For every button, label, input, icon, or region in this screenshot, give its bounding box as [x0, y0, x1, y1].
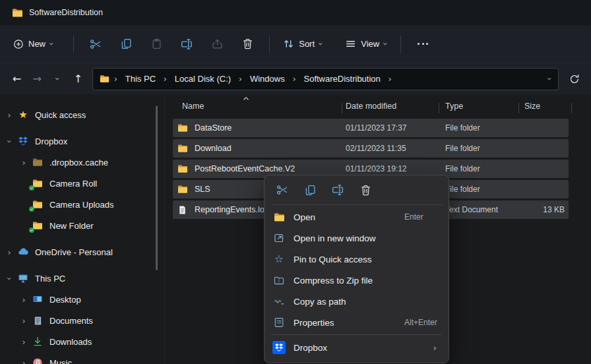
monitor-icon: [16, 273, 30, 284]
column-header-name[interactable]: Name: [182, 102, 204, 111]
menu-item-copy-as-path[interactable]: Copy as path: [267, 291, 446, 312]
cut-button[interactable]: [271, 180, 294, 200]
sidebar-item-label: Camera Roll: [49, 179, 97, 189]
menu-item-shortcut: Alt+Enter: [404, 318, 437, 327]
sidebar-item-new-folder[interactable]: New Folder: [0, 216, 162, 235]
chevron-right-icon[interactable]: ›: [17, 358, 30, 364]
menu-item-open-new-window[interactable]: Open in new window: [267, 228, 446, 249]
chevron-down-icon: ›: [47, 42, 56, 46]
sort-button[interactable]: Sort ›: [276, 32, 329, 56]
chevron-right-icon[interactable]: ›: [3, 247, 16, 257]
delete-button[interactable]: [354, 180, 377, 200]
file-type: File folder: [445, 123, 480, 133]
refresh-button[interactable]: [564, 69, 584, 90]
chevron-right-icon[interactable]: ›: [17, 295, 30, 305]
sidebar-item-downloads[interactable]: › Downloads: [0, 332, 162, 351]
column-header-row: Name Date modified Type Size: [165, 98, 591, 116]
folder-icon: [177, 184, 189, 195]
sidebar-item-this-pc[interactable]: › This PC: [0, 269, 162, 288]
sidebar-item-documents[interactable]: › Documents: [0, 311, 162, 330]
sidebar-item-label: Downloads: [49, 337, 92, 347]
folder-icon: [177, 143, 189, 154]
chevron-right-icon[interactable]: ›: [3, 110, 16, 120]
menu-item-shortcut: Enter: [404, 212, 423, 222]
copy-icon: [121, 38, 132, 49]
column-divider[interactable]: [518, 103, 519, 113]
copy-button[interactable]: [111, 32, 141, 56]
zip-folder-icon: [272, 275, 286, 286]
view-button[interactable]: View ›: [338, 32, 394, 56]
rename-button[interactable]: [327, 180, 349, 200]
sidebar-item-desktop[interactable]: › Desktop: [0, 290, 162, 309]
plus-circle-icon: [13, 39, 24, 49]
address-dropdown-chevron-icon[interactable]: ›: [545, 77, 554, 80]
desktop-icon: [30, 294, 45, 305]
dropbox-icon: [16, 136, 30, 146]
sidebar-item-quick-access[interactable]: › ★ Quick access: [0, 106, 162, 124]
menu-item-pin-quick-access[interactable]: ☆ Pin to Quick access: [267, 249, 446, 270]
forward-button[interactable]: →: [27, 69, 47, 90]
menu-item-label: Copy as path: [294, 297, 346, 307]
breadcrumb-softwaredistribution[interactable]: SoftwareDistribution: [300, 72, 383, 86]
sync-check-icon: [29, 185, 34, 191]
sidebar-item-label: This PC: [35, 274, 65, 284]
sidebar-item-onedrive-personal[interactable]: › OneDrive - Personal: [0, 243, 162, 261]
back-button[interactable]: ←: [7, 69, 27, 90]
more-options-button[interactable]: [408, 32, 438, 56]
share-button[interactable]: [202, 32, 232, 56]
sidebar-item-music[interactable]: › Music: [0, 353, 162, 364]
column-divider[interactable]: [342, 103, 342, 113]
sidebar-item-camera-roll[interactable]: Camera Roll: [0, 174, 162, 193]
chevron-right-icon: ›: [387, 75, 394, 84]
sidebar-item-dropbox-cache[interactable]: › .dropbox.cache: [0, 153, 162, 171]
folder-icon: [30, 157, 45, 167]
chevron-expanded-icon[interactable]: ›: [5, 272, 15, 285]
dropbox-icon: [272, 341, 286, 354]
file-row-download[interactable]: Download 02/11/2023 11:35 File folder: [173, 139, 569, 158]
cut-button[interactable]: [80, 32, 111, 56]
star-outline-icon: ☆: [272, 254, 286, 264]
rename-button[interactable]: [171, 32, 202, 56]
menu-item-properties[interactable]: Properties Alt+Enter: [267, 312, 446, 333]
titlebar: SoftwareDistribution: [0, 0, 591, 25]
sidebar-item-dropbox[interactable]: › Dropbox: [0, 132, 162, 150]
address-bar[interactable]: › This PC › Local Disk (C:) › Windows › …: [92, 68, 559, 90]
sidebar-scrollbar[interactable]: [156, 106, 158, 270]
chevron-right-icon[interactable]: ›: [17, 158, 30, 167]
column-header-size[interactable]: Size: [524, 102, 540, 111]
breadcrumb-windows[interactable]: Windows: [247, 72, 288, 86]
file-size: 13 KB: [516, 205, 565, 214]
new-button[interactable]: New ›: [5, 32, 61, 56]
up-button[interactable]: ↑: [68, 69, 88, 90]
scissors-icon: [90, 38, 102, 50]
chevron-right-icon[interactable]: ›: [17, 316, 30, 326]
recent-locations-button[interactable]: ›: [47, 69, 68, 90]
column-header-type[interactable]: Type: [445, 102, 463, 111]
copy-path-icon: [272, 296, 286, 307]
clipboard-paste-icon: [151, 38, 162, 49]
chevron-expanded-icon[interactable]: ›: [5, 135, 15, 148]
sidebar-item-label: New Folder: [49, 221, 93, 231]
menu-item-label: Pin to Quick access: [294, 255, 372, 264]
menu-item-label: Dropbox: [294, 343, 327, 353]
delete-button[interactable]: [232, 32, 263, 56]
menu-item-compress-zip[interactable]: Compress to Zip file: [267, 270, 446, 291]
file-row-datastore[interactable]: DataStore 01/11/2023 17:37 File folder: [173, 119, 569, 137]
chevron-right-icon[interactable]: ›: [17, 337, 30, 347]
view-button-label: View: [361, 39, 379, 49]
breadcrumb-local-disk-c[interactable]: Local Disk (C:): [171, 72, 234, 86]
sync-check-icon: [29, 228, 34, 233]
paste-button[interactable]: [141, 32, 171, 56]
submenu-chevron-right-icon: ›: [433, 343, 437, 353]
sidebar-item-camera-uploads[interactable]: Camera Uploads: [0, 195, 162, 214]
breadcrumb-this-pc[interactable]: This PC: [122, 72, 159, 86]
column-header-date-modified[interactable]: Date modified: [346, 102, 396, 111]
sync-check-icon: [29, 206, 34, 212]
menu-item-dropbox[interactable]: Dropbox ›: [267, 336, 446, 359]
chevron-down-icon: ›: [317, 42, 325, 46]
copy-button[interactable]: [299, 180, 321, 200]
menu-item-open[interactable]: Open Enter: [267, 206, 446, 228]
column-divider[interactable]: [571, 103, 572, 113]
trash-icon: [360, 185, 371, 196]
column-divider[interactable]: [439, 103, 439, 113]
